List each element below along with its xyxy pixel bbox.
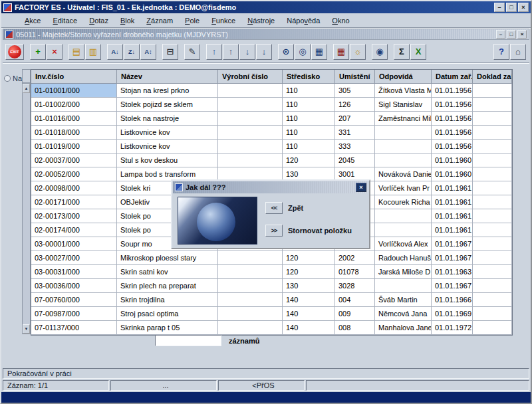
- table-cell[interactable]: Zaměstnanci Mil: [375, 112, 432, 126]
- table-cell[interactable]: Radouch Hanuš: [375, 251, 432, 265]
- table-cell[interactable]: [473, 153, 512, 167]
- table-cell[interactable]: 03-00031/000: [31, 265, 117, 279]
- table-cell[interactable]: Stolek na nastroje: [117, 112, 218, 126]
- scroll-up-icon[interactable]: ▲: [23, 84, 30, 93]
- table-cell[interactable]: Sigl Stanislav: [375, 98, 432, 112]
- table-cell[interactable]: 009: [335, 307, 375, 321]
- menu-item-napoveda[interactable]: Nápověda: [281, 15, 326, 26]
- table-cell[interactable]: [473, 279, 512, 293]
- table-cell[interactable]: 07-00760/000: [31, 293, 117, 307]
- menu-item-editace[interactable]: Editace: [47, 15, 83, 26]
- table-cell[interactable]: Skrin satni kov: [117, 265, 218, 279]
- mdi-close-button[interactable]: ×: [517, 30, 527, 39]
- menu-item-pole[interactable]: Pole: [179, 15, 205, 26]
- table-cell[interactable]: 004: [335, 293, 375, 307]
- calendar-icon[interactable]: ▦: [333, 44, 349, 60]
- edit-record-icon[interactable]: ✎: [184, 44, 200, 60]
- table-cell[interactable]: Listkovnice kov: [117, 126, 218, 140]
- table-cell[interactable]: [473, 251, 512, 265]
- table-cell[interactable]: Stroj psaci optima: [117, 307, 218, 321]
- table-cell[interactable]: 110: [283, 112, 335, 126]
- scrollbar-track[interactable]: [23, 93, 30, 324]
- menu-item-okno[interactable]: Okno: [326, 15, 355, 26]
- table-cell[interactable]: [375, 223, 432, 237]
- help-icon[interactable]: ?: [493, 44, 509, 60]
- table-cell[interactable]: [473, 223, 512, 237]
- table-cell[interactable]: [473, 237, 512, 251]
- table-cell[interactable]: [218, 98, 283, 112]
- menu-item-zaznam[interactable]: Záznam: [140, 15, 179, 26]
- table-cell[interactable]: [218, 112, 283, 126]
- table-cell[interactable]: Němcová Jana: [375, 307, 432, 321]
- table-cell[interactable]: 130: [283, 279, 335, 293]
- table-cell[interactable]: 140: [283, 307, 335, 321]
- table-cell[interactable]: 126: [335, 98, 375, 112]
- table-cell[interactable]: 01.01.1956: [432, 112, 473, 126]
- table-cell[interactable]: 01.01.1963: [432, 265, 473, 279]
- table-cell[interactable]: 008: [335, 321, 375, 335]
- table-cell[interactable]: [473, 84, 512, 98]
- globe-icon[interactable]: ◉: [372, 44, 388, 60]
- table-cell[interactable]: [473, 140, 512, 153]
- table-cell[interactable]: 2002: [335, 251, 375, 265]
- table-cell[interactable]: 03-00027/000: [31, 251, 117, 265]
- table-cell[interactable]: 01.01.1967: [432, 279, 473, 293]
- table-cell[interactable]: Vorlíček Ivan Pr: [375, 181, 432, 195]
- table-cell[interactable]: 120: [283, 153, 335, 167]
- minimize-button[interactable]: –: [494, 3, 505, 12]
- enter-query-icon[interactable]: ⊙: [278, 44, 294, 60]
- maximize-button[interactable]: □: [506, 3, 517, 12]
- table-cell[interactable]: 01.01.1956: [432, 140, 473, 153]
- table-cell[interactable]: 305: [335, 84, 375, 98]
- table-cell[interactable]: [473, 307, 512, 321]
- sort-desc-icon[interactable]: Z↓: [124, 44, 140, 60]
- table-cell[interactable]: Kocourek Richa: [375, 195, 432, 209]
- sort-asc-icon[interactable]: A↓: [107, 44, 123, 60]
- table-cell[interactable]: [218, 321, 283, 335]
- table-cell[interactable]: [218, 279, 283, 293]
- table-cell[interactable]: [473, 126, 512, 140]
- table-cell[interactable]: 207: [335, 112, 375, 126]
- table-cell[interactable]: 02-00174/000: [31, 223, 117, 237]
- table-cell[interactable]: 01-01002/000: [31, 98, 117, 112]
- menu-item-funkce[interactable]: Funkce: [205, 15, 241, 26]
- scroll-down-icon[interactable]: ▼: [23, 324, 30, 334]
- table-cell[interactable]: 01.01.1960: [432, 167, 473, 181]
- table-cell[interactable]: [218, 126, 283, 140]
- table-cell[interactable]: Manhalova Jane: [375, 321, 432, 335]
- delete-record-icon[interactable]: ×: [47, 44, 63, 60]
- table-cell[interactable]: 01.01.1956: [432, 126, 473, 140]
- table-cell[interactable]: Listkovnice kov: [117, 140, 218, 153]
- table-cell[interactable]: 01.01.1956: [432, 98, 473, 112]
- table-cell[interactable]: 01.01.1967: [432, 251, 473, 265]
- table-cell[interactable]: 333: [335, 140, 375, 153]
- table-cell[interactable]: 2045: [335, 153, 375, 167]
- table-cell[interactable]: 110: [283, 84, 335, 98]
- count-query-icon[interactable]: ▦: [311, 44, 327, 60]
- table-cell[interactable]: 07-00987/000: [31, 307, 117, 321]
- table-cell[interactable]: [473, 265, 512, 279]
- scroll-last-icon[interactable]: ↓: [256, 44, 272, 60]
- table-cell[interactable]: 07-01137/000: [31, 321, 117, 335]
- table-cell[interactable]: 02-00171/000: [31, 195, 117, 209]
- table-cell[interactable]: [473, 181, 512, 195]
- table-cell[interactable]: [218, 251, 283, 265]
- dialog-close-button[interactable]: ×: [356, 183, 366, 192]
- table-cell[interactable]: 140: [283, 293, 335, 307]
- table-cell[interactable]: 01.01.1972: [432, 321, 473, 335]
- table-cell[interactable]: 01.01.1961: [432, 181, 473, 195]
- table-cell[interactable]: [218, 293, 283, 307]
- sum-icon[interactable]: Σ: [394, 44, 410, 60]
- menu-item-nastroje[interactable]: Nástroje: [241, 15, 281, 26]
- table-cell[interactable]: [218, 140, 283, 153]
- table-cell[interactable]: 140: [283, 321, 335, 335]
- table-cell[interactable]: 110: [283, 126, 335, 140]
- folder-copy-icon[interactable]: ▥: [85, 44, 101, 60]
- table-cell[interactable]: 02-00098/000: [31, 181, 117, 195]
- exit-app-icon[interactable]: ⌂: [510, 44, 526, 60]
- table-cell[interactable]: [473, 112, 512, 126]
- table-cell[interactable]: [473, 167, 512, 181]
- folder-open-icon[interactable]: ▤: [68, 44, 84, 60]
- table-cell[interactable]: 01-01016/000: [31, 112, 117, 126]
- new-record-icon[interactable]: +: [30, 44, 46, 60]
